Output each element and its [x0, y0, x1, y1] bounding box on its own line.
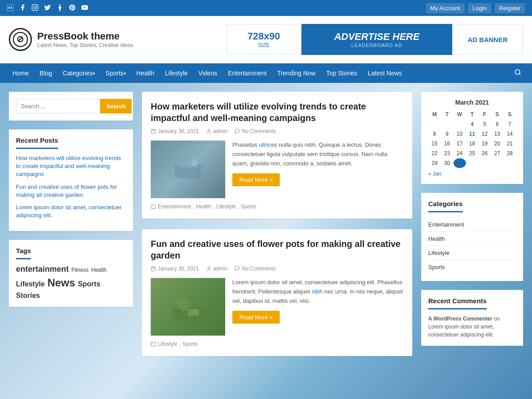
tag-entertainment[interactable]: entertainment: [16, 265, 69, 274]
svg-line-7: [519, 74, 520, 75]
post-thumbnail-2: [151, 278, 225, 336]
recent-post-link-1[interactable]: How marketers will utilize evolving tren…: [16, 155, 121, 177]
site-logo: ⊘ PressBook theme Latest News, Top Stori…: [9, 28, 133, 51]
cat-lifestyle[interactable]: Lifestyle: [216, 203, 236, 210]
cal-d-15: 15: [428, 139, 441, 149]
cal-d-13: 13: [491, 129, 503, 139]
nav-lifestyle[interactable]: Lifestyle: [160, 63, 193, 83]
recent-posts-widget: Recent Posts How marketers will utilize …: [9, 129, 133, 231]
ad-size-box: 728x90 SIZE: [226, 24, 301, 55]
twitter-icon[interactable]: [44, 4, 51, 12]
comment-author-1: A WordPress Commenter: [428, 316, 493, 322]
ad-banner-box[interactable]: AD BANNER: [452, 24, 523, 55]
cal-d-4[interactable]: 4: [466, 119, 478, 129]
search-input[interactable]: [16, 99, 100, 113]
nav-top-stories[interactable]: Top Stories: [321, 63, 363, 83]
read-more-button-2[interactable]: Read More »: [232, 311, 280, 324]
cat-link-lifestyle[interactable]: Lifestyle: [428, 250, 450, 256]
cal-d-6: 6: [491, 119, 503, 129]
cat-link-entertainment[interactable]: Entertainment: [428, 221, 464, 228]
search-button[interactable]: Search: [100, 99, 132, 113]
nav-categories[interactable]: Categories: [57, 63, 100, 83]
login-link[interactable]: Login: [468, 3, 491, 13]
facebook-icon[interactable]: : [7, 4, 14, 12]
nav-latest-news[interactable]: Latest News: [363, 63, 407, 83]
facebook-icon2[interactable]: [19, 4, 26, 12]
ad-main-sub: LEADERBOARD AD: [352, 43, 403, 48]
calendar-title: March 2021: [428, 99, 516, 106]
post-card-2: Fun and creative uses of flower pots for…: [142, 229, 412, 356]
cal-d-24: 24: [454, 149, 466, 158]
cal-th-f: F: [478, 110, 491, 119]
tag-lifestyle[interactable]: Lifestyle: [16, 280, 45, 288]
cat-entertainment[interactable]: Entertainment: [158, 203, 191, 210]
cal-d-empty1: [428, 119, 441, 129]
post-meta-1: January 30, 2021 admin No Comments: [151, 128, 403, 134]
nav-videos[interactable]: Videos: [193, 63, 223, 83]
cal-d-19: 19: [478, 139, 491, 149]
cal-d-14: 14: [504, 129, 516, 139]
cal-d-16: 16: [441, 139, 453, 149]
recent-post-link-2[interactable]: Fun and creative uses of flower pots for…: [16, 184, 117, 198]
post-card-1: How marketers will utilize evolving tren…: [142, 92, 412, 219]
search-icon[interactable]: [511, 69, 525, 78]
post-comments-icon-2: No Comments: [235, 266, 276, 272]
instagram-icon[interactable]: [31, 4, 39, 12]
pinterest-icon[interactable]: [69, 4, 76, 12]
tag-stories[interactable]: Stories: [16, 292, 40, 300]
post-date-icon-2: January 30, 2021: [151, 266, 199, 272]
tag-fitness[interactable]: Fitness: [71, 267, 89, 273]
cal-d-30: 30: [441, 158, 453, 168]
svg-point-20: [208, 267, 210, 269]
cal-d-31[interactable]: 31: [454, 158, 466, 168]
tumblr-icon[interactable]: [56, 4, 63, 12]
cat2-sports[interactable]: Sports: [182, 341, 198, 347]
cat-health[interactable]: Health: [196, 203, 211, 210]
tag-sports[interactable]: Sports: [78, 280, 101, 288]
svg-point-12: [208, 129, 210, 131]
cal-d-21: 21: [504, 139, 516, 149]
cat-link-health[interactable]: Health: [428, 235, 445, 242]
post-body-1: Phasellus ultrices nulla quis nibh. Quis…: [151, 141, 403, 198]
cat2-lifestyle[interactable]: Lifestyle: [158, 341, 177, 347]
my-account-link[interactable]: My Account: [426, 3, 465, 13]
calendar: March 2021 M T W T F S S: [428, 99, 516, 177]
nav-entertainment[interactable]: Entertainment: [223, 63, 272, 83]
nav-blog[interactable]: Blog: [34, 63, 57, 83]
svg-point-15: [191, 159, 198, 166]
nav-sports[interactable]: Sports: [100, 63, 131, 83]
tag-health[interactable]: Health: [91, 267, 107, 273]
ad-main-banner[interactable]: ADVERTISE HERE LEADERBOARD AD: [301, 24, 452, 55]
cal-d-empty2: [441, 119, 453, 129]
site-name: PressBook theme: [37, 31, 133, 42]
cal-th-w: W: [454, 110, 466, 119]
svg-rect-8: [152, 129, 156, 133]
register-link[interactable]: Reigster: [495, 3, 525, 13]
tag-news[interactable]: News: [47, 277, 75, 289]
youtube-icon[interactable]: [81, 4, 88, 12]
nav-trending[interactable]: Trending Now: [272, 63, 321, 83]
nav-health[interactable]: Health: [131, 63, 160, 83]
nav-home[interactable]: Home: [7, 63, 34, 83]
cal-th-s1: S: [491, 110, 503, 119]
post-author-icon-2: admin: [206, 266, 228, 272]
cal-row-5: 29 30 31: [428, 158, 516, 168]
cat-sports[interactable]: Sports: [241, 203, 256, 210]
recent-post-link-3[interactable]: Lorem ipsum dolor sit amet, consectetuer…: [16, 204, 121, 219]
svg-rect-16: [152, 267, 156, 271]
recent-posts-title: Recent Posts: [16, 137, 58, 149]
site-header: ⊘ PressBook theme Latest News, Top Stori…: [0, 16, 532, 63]
cat-link-sports[interactable]: Sports: [428, 264, 445, 270]
post-excerpt-link-2[interactable]: nibh: [312, 288, 323, 295]
post-excerpt-link-1[interactable]: ultrices: [259, 141, 277, 148]
cal-d-29: 29: [428, 158, 441, 168]
cal-d-11[interactable]: 11: [466, 129, 478, 139]
cal-th-t1: T: [441, 110, 453, 119]
calendar-prev-nav[interactable]: « Jan: [428, 171, 516, 177]
svg-point-2: [36, 5, 37, 6]
cal-d-18: 18: [466, 139, 478, 149]
cal-d-26: 26: [478, 149, 491, 158]
post-meta-2: January 30, 2021 admin No Comments: [151, 266, 403, 272]
categories-list: Entertainment Health Lifestyle Sports: [428, 218, 516, 274]
read-more-button-1[interactable]: Read More »: [232, 173, 280, 186]
